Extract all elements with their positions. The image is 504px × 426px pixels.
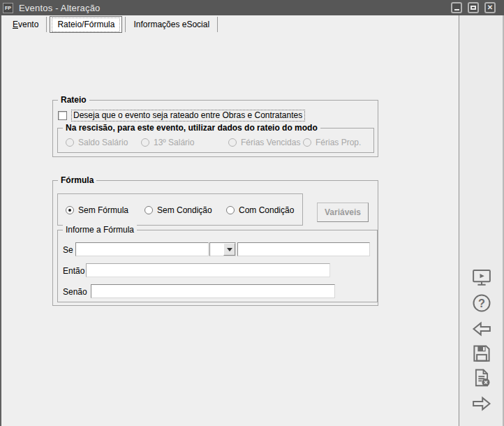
informe-formula-group: Informe a Fórmula Se Então Senão bbox=[57, 230, 378, 302]
tab-informacoes-esocial[interactable]: Informações eSocial bbox=[126, 17, 217, 32]
save-disk-icon[interactable] bbox=[471, 343, 492, 364]
radio-circle bbox=[144, 206, 153, 214]
app-logo-fp: FP bbox=[3, 3, 13, 13]
tab-bar: Evento Rateio/Fórmula Informações eSocia… bbox=[1, 15, 459, 34]
tab-separator bbox=[46, 17, 47, 32]
tab-rateio-formula-label: Rateio/Fórmula bbox=[52, 17, 120, 32]
se-operator-value bbox=[210, 243, 223, 256]
radio-ferias-prop-label: Férias Prop. bbox=[316, 138, 361, 147]
radio-sem-condicao[interactable]: Sem Condição bbox=[144, 205, 212, 215]
radio-saldo-salario: Saldo Salário bbox=[66, 138, 128, 147]
radio-circle bbox=[141, 138, 149, 147]
tab-informacoes-esocial-label: Informações eSocial bbox=[133, 20, 209, 29]
back-arrow-icon[interactable] bbox=[471, 318, 492, 339]
window-title: Eventos - Alteração bbox=[19, 3, 101, 13]
se-label: Se bbox=[63, 245, 73, 255]
tab-evento-label: Evento bbox=[13, 20, 38, 29]
radio-circle bbox=[228, 138, 237, 147]
informe-formula-title: Informe a Fórmula bbox=[63, 225, 137, 235]
rateio-checkbox-label[interactable]: Deseja que o evento seja rateado entre O… bbox=[71, 110, 305, 122]
radio-sem-formula[interactable]: Sem Fórmula bbox=[66, 205, 128, 215]
radio-circle-selected bbox=[66, 206, 74, 214]
senao-input[interactable] bbox=[91, 284, 335, 298]
forward-arrow-icon[interactable] bbox=[471, 393, 492, 414]
close-icon: ✕ bbox=[487, 4, 493, 11]
combo-dropdown-button[interactable] bbox=[223, 243, 235, 256]
formula-group: Fórmula Sem Fórmula Sem Condição Com Con… bbox=[52, 180, 378, 306]
maximize-icon bbox=[470, 6, 476, 10]
entao-label: Então bbox=[63, 266, 84, 276]
titlebar: FP Eventos - Alteração ✕ bbox=[0, 0, 504, 15]
close-button[interactable]: ✕ bbox=[484, 2, 496, 13]
radio-ferias-vencidas: Férias Vencidas bbox=[228, 138, 300, 147]
se-input[interactable] bbox=[75, 242, 209, 256]
tab-separator bbox=[217, 17, 218, 32]
rateio-group-title: Rateio bbox=[58, 95, 89, 105]
se-operator-combo[interactable] bbox=[209, 242, 236, 256]
radio-saldo-salario-label: Saldo Salário bbox=[78, 138, 128, 147]
rescisao-group-title: Na rescisão, para este evento, utilizar … bbox=[63, 123, 320, 133]
minimize-icon bbox=[454, 9, 459, 10]
tab-evento[interactable]: Evento bbox=[5, 17, 46, 32]
minimize-button[interactable] bbox=[451, 2, 462, 13]
radio-13-salario: 13º Salário bbox=[141, 138, 194, 147]
window-left-border bbox=[0, 15, 1, 426]
radio-com-condicao-label: Com Condição bbox=[239, 205, 294, 215]
tab-rateio-formula[interactable]: Rateio/Fórmula bbox=[50, 16, 122, 33]
maximize-button[interactable] bbox=[468, 2, 479, 13]
toolbar-sidebar: ? bbox=[459, 15, 504, 426]
variaveis-button: Variáveis bbox=[317, 203, 369, 222]
radio-circle bbox=[226, 206, 235, 214]
radio-circle bbox=[303, 138, 311, 147]
chevron-down-icon bbox=[227, 248, 232, 251]
window-controls: ✕ bbox=[451, 2, 496, 13]
formula-group-title: Fórmula bbox=[58, 175, 96, 185]
rateio-checkbox-row: Deseja que o evento seja rateado entre O… bbox=[58, 110, 305, 122]
radio-sem-condicao-label: Sem Condição bbox=[157, 205, 212, 215]
svg-text:?: ? bbox=[478, 297, 485, 309]
entao-input[interactable] bbox=[86, 263, 330, 277]
preview-monitor-icon[interactable] bbox=[471, 267, 492, 288]
rateio-group: Rateio Deseja que o evento seja rateado … bbox=[52, 100, 378, 157]
app-window: FP Eventos - Alteração ✕ Evento Rateio/F… bbox=[0, 0, 504, 426]
rescisao-group: Na rescisão, para este evento, utilizar … bbox=[57, 128, 374, 153]
radio-sem-formula-label: Sem Fórmula bbox=[78, 205, 128, 215]
radio-ferias-vencidas-label: Férias Vencidas bbox=[241, 138, 300, 147]
radio-ferias-prop: Férias Prop. bbox=[303, 138, 361, 147]
radio-com-condicao[interactable]: Com Condição bbox=[226, 205, 294, 215]
senao-label: Senão bbox=[63, 287, 87, 297]
rateio-checkbox[interactable] bbox=[58, 111, 67, 120]
radio-circle bbox=[66, 138, 74, 147]
delete-record-icon[interactable] bbox=[471, 367, 492, 388]
se-input-2[interactable] bbox=[237, 242, 370, 256]
help-icon[interactable]: ? bbox=[471, 293, 492, 314]
radio-13-salario-label: 13º Salário bbox=[154, 138, 194, 147]
formula-mode-panel: Sem Fórmula Sem Condição Com Condição bbox=[57, 193, 303, 226]
